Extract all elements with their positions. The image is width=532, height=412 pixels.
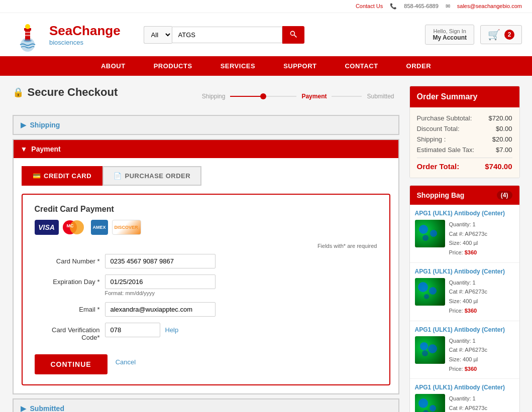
nav-order[interactable]: ORDER <box>392 56 445 76</box>
payment-arrow-icon: ▼ <box>21 145 28 153</box>
bag-title-bar: Shopping Bag (4) <box>410 186 519 205</box>
submitted-accordion-header[interactable]: ▶ Submitted <box>14 399 398 412</box>
bag-item-3-title[interactable]: APG1 (ULK1) Antibody (Center) <box>415 326 514 333</box>
search-category-select[interactable]: All <box>144 26 172 44</box>
shipping-value: $20.00 <box>492 135 512 143</box>
continue-button[interactable]: CONTINUE <box>35 354 108 374</box>
email-input[interactable] <box>105 302 216 317</box>
step-connector-3 <box>332 96 362 97</box>
my-account-button[interactable]: Hello, Sign In My Account <box>425 25 474 45</box>
tab-credit-card[interactable]: 💳 CREDIT CARD <box>22 166 103 186</box>
main-content: 🔒 Secure Checkout Shipping Payment Submi… <box>3 76 530 412</box>
logo-text: SeaChange biosciences <box>49 23 121 46</box>
cvv-label: Card Verification Code* <box>35 323 105 341</box>
tax-value: $7.00 <box>496 146 512 154</box>
tab-purchase-order[interactable]: 📄 PURCHASE ORDER <box>102 166 201 186</box>
bag-item-2-details: Quantity: 1 Cat #: AP6273c Size: 400 µl … <box>449 278 487 316</box>
nav-support[interactable]: SUPPORT <box>269 56 331 76</box>
logo[interactable]: SeaChange biosciences <box>10 17 121 52</box>
cart-button[interactable]: 🛒 2 <box>480 25 522 44</box>
step-submitted: Submitted <box>362 93 399 100</box>
bag-item-4-title[interactable]: APG1 (ULK1) Antibody (Center) <box>415 384 514 391</box>
required-note: Fields with* are required <box>35 243 377 249</box>
card-number-input[interactable] <box>105 254 216 268</box>
summary-discount: Discount Total: $0.00 <box>417 125 512 132</box>
bag-item-3-content: Quantity: 1 Cat #: AP6273c Size: 400 µl … <box>415 336 514 374</box>
top-bar: Contact Us 📞 858-465-6889 ✉ sales@seacha… <box>0 0 532 13</box>
bag-item-2: APG1 (ULK1) Antibody (Center) Quantity: … <box>410 263 519 321</box>
bag-item-1-quantity: Quantity: 1 <box>449 220 487 229</box>
left-column: 🔒 Secure Checkout Shipping Payment Submi… <box>13 86 399 412</box>
nav-about[interactable]: ABOUT <box>87 56 140 76</box>
bag-item-4-content: Quantity: 1 Cat #: AP6273c Size: 400 µl … <box>415 394 514 412</box>
progress-steps: Shipping Payment Submitted <box>197 93 399 100</box>
nav-contact[interactable]: CONTACT <box>331 56 392 76</box>
bag-item-1-content: Quantity: 1 Cat #: AP6273c Size: 400 µl … <box>415 220 514 257</box>
submitted-label: Submitted <box>30 404 64 412</box>
cvv-row: Card Verification Code* Help <box>35 323 377 341</box>
summary-tax: Estimated Sale Tax: $7.00 <box>417 146 512 154</box>
bag-item-1-title[interactable]: APG1 (ULK1) Antibody (Center) <box>415 210 514 217</box>
step-connector-2 <box>266 96 296 97</box>
hello-text: Hello, Sign In <box>433 28 467 34</box>
payment-accordion-body: 💳 CREDIT CARD 📄 PURCHASE ORDER Credit Ca… <box>14 158 398 393</box>
bag-title-label: Shopping Bag <box>417 191 465 199</box>
email-link[interactable]: sales@seachangebio.com <box>457 3 522 10</box>
discover-logo: DISCOVER <box>112 220 141 235</box>
my-account-label: My Account <box>433 34 467 41</box>
credit-card-form: Credit Card Payment VISA MC AMEX DISCOVE… <box>22 194 390 385</box>
logo-icon <box>10 17 45 52</box>
payment-accordion: ▼ Payment 💳 CREDIT CARD 📄 PURCHASE ORDER <box>13 139 399 394</box>
email-icon: ✉ <box>446 3 450 10</box>
nav-bar: ABOUT PRODUCTS SERVICES SUPPORT CONTACT … <box>0 56 532 76</box>
order-summary-title: Order Summary <box>410 86 519 107</box>
nav-services[interactable]: SERVICES <box>206 56 270 76</box>
step-shipping: Shipping <box>197 93 231 100</box>
brand-sub: biosciences <box>49 39 121 46</box>
purchase-order-tab-icon: 📄 <box>114 172 122 180</box>
order-summary-body: Purchase Subtotal: $720.00 Discount Tota… <box>410 107 519 178</box>
contact-us-link[interactable]: Contact Us <box>356 3 383 10</box>
cvv-input[interactable] <box>105 323 160 337</box>
shipping-accordion: ▶ Shipping <box>13 115 399 135</box>
nav-products[interactable]: PRODUCTS <box>140 56 206 76</box>
bag-item-1: APG1 (ULK1) Antibody (Center) Quantity: … <box>410 205 519 263</box>
checkout-title: Secure Checkout <box>28 86 118 99</box>
summary-subtotal: Purchase Subtotal: $720.00 <box>417 114 512 122</box>
bag-item-1-price: Price: $360 <box>449 248 487 257</box>
cart-count: 2 <box>504 30 514 40</box>
order-summary: Order Summary Purchase Subtotal: $720.00… <box>409 86 520 178</box>
bag-item-1-details: Quantity: 1 Cat #: AP6273c Size: 400 µl … <box>449 220 487 257</box>
expiration-input[interactable] <box>105 274 216 289</box>
cancel-link[interactable]: Cancel <box>116 358 136 366</box>
bag-item-3-details: Quantity: 1 Cat #: AP6273c Size: 400 µl … <box>449 336 487 374</box>
bag-item-2-title[interactable]: APG1 (ULK1) Antibody (Center) <box>415 268 514 275</box>
svg-point-3 <box>25 24 30 29</box>
checkout-header: 🔒 Secure Checkout <box>13 86 118 99</box>
step-payment: Payment <box>296 93 332 100</box>
phone-icon: 📞 <box>390 3 397 10</box>
shopping-bag: Shopping Bag (4) APG1 (ULK1) Antibody (C… <box>409 185 520 412</box>
order-total: Order Total: $740.00 <box>417 158 512 171</box>
header: SeaChange biosciences All Hello, Sign In… <box>0 13 532 56</box>
purchase-order-tab-label: PURCHASE ORDER <box>125 172 191 180</box>
card-logos: VISA MC AMEX DISCOVER <box>35 220 377 235</box>
search-button[interactable] <box>282 26 304 44</box>
bag-item-3: APG1 (ULK1) Antibody (Center) Quantity: … <box>410 321 519 379</box>
brand-name: SeaChange <box>49 23 121 39</box>
shipping-accordion-header[interactable]: ▶ Shipping <box>14 116 398 134</box>
credit-card-tab-label: CREDIT CARD <box>44 172 91 180</box>
order-total-label: Order Total: <box>417 162 460 171</box>
expiration-label: Expiration Day * <box>35 274 105 286</box>
cvv-help-link[interactable]: Help <box>165 326 179 334</box>
subtotal-value: $720.00 <box>489 114 512 122</box>
bag-item-1-size: Size: 400 µl <box>449 238 487 248</box>
email-label: Email * <box>35 302 105 313</box>
discount-label: Discount Total: <box>417 125 460 132</box>
account-area: Hello, Sign In My Account 🛒 2 <box>425 25 522 45</box>
search-input[interactable] <box>172 27 282 43</box>
payment-accordion-header[interactable]: ▼ Payment <box>14 140 398 158</box>
order-total-value: $740.00 <box>485 162 512 171</box>
payment-label: Payment <box>31 145 60 153</box>
right-column: Order Summary Purchase Subtotal: $720.00… <box>409 86 520 412</box>
